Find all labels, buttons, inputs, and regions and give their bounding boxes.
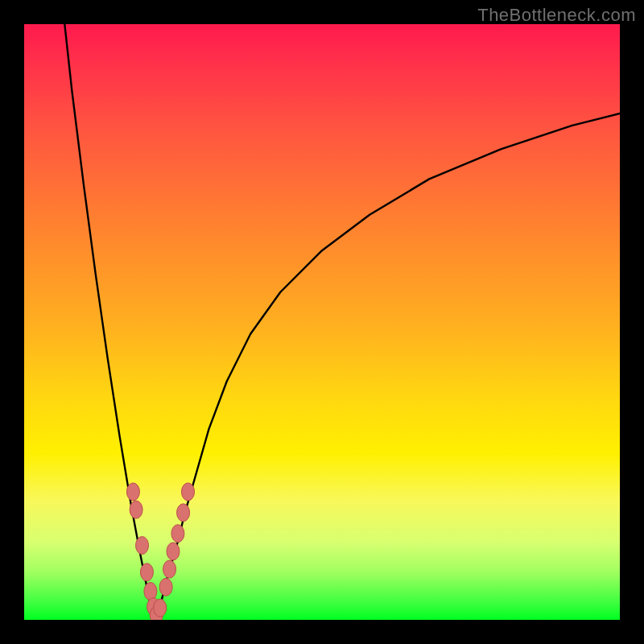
- data-dot: [130, 501, 142, 518]
- data-dot: [163, 560, 176, 578]
- data-dot: [136, 537, 149, 555]
- data-dot: [126, 483, 139, 501]
- data-dot: [182, 483, 195, 501]
- data-dot: [167, 543, 180, 560]
- watermark-text: TheBottleneck.com: [477, 5, 636, 26]
- data-dot: [171, 525, 184, 543]
- data-dot: [144, 582, 157, 600]
- data-dot: [154, 599, 167, 617]
- data-dot: [177, 504, 190, 522]
- chart-frame: TheBottleneck.com: [0, 0, 644, 644]
- curve-group: [64, 24, 620, 620]
- data-dot: [159, 578, 172, 596]
- curve-left-branch: [64, 24, 155, 620]
- dots-group: [126, 483, 194, 620]
- bottleneck-curve-svg: [24, 24, 620, 620]
- data-dot: [140, 564, 153, 581]
- plot-area: [24, 24, 620, 620]
- curve-right-branch: [155, 114, 620, 620]
